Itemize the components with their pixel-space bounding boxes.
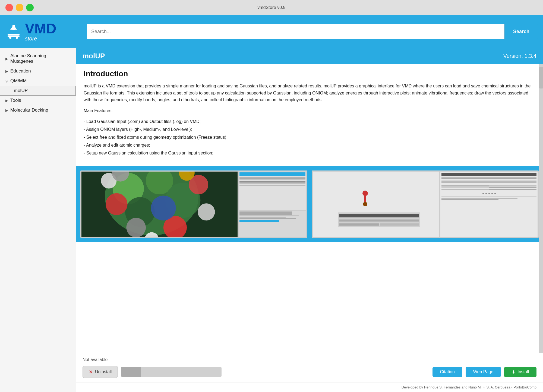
screenshot-1 bbox=[80, 170, 307, 238]
svg-rect-0 bbox=[8, 34, 20, 36]
logo-vmd: VMD bbox=[25, 21, 56, 36]
svg-point-23 bbox=[363, 202, 367, 206]
scrollbar-thumb[interactable] bbox=[539, 67, 543, 88]
feature-5: - Setup new Gaussian calculation using t… bbox=[84, 149, 535, 157]
features-heading: Main Features: bbox=[84, 107, 535, 114]
svg-point-18 bbox=[126, 218, 146, 237]
footer: Developed by Henrique S. Fernandes and N… bbox=[76, 382, 543, 392]
search-button[interactable]: Search bbox=[504, 24, 538, 39]
uninstall-label: Uninstall bbox=[95, 369, 112, 374]
webpage-button[interactable]: Web Page bbox=[466, 367, 501, 377]
screenshot-2 bbox=[312, 170, 539, 238]
plugin-version: Version: 1.3.4 bbox=[503, 53, 536, 59]
svg-rect-22 bbox=[364, 196, 366, 203]
feature-1: - Load Gaussian Input (.com) and Output … bbox=[84, 118, 535, 126]
bottom-bar: Not available ✕ Uninstall Citation Web P… bbox=[76, 353, 543, 382]
download-icon: ⬇ bbox=[512, 369, 515, 375]
sidebar-item-molup[interactable]: molUP bbox=[0, 86, 76, 96]
intro-title: Introduction bbox=[84, 69, 535, 78]
svg-point-15 bbox=[198, 203, 215, 220]
status-badge: Not available bbox=[83, 357, 536, 362]
svg-point-5 bbox=[16, 37, 18, 39]
sidebar-label-molup: molUP bbox=[14, 88, 28, 93]
sidebar: ▶ Alanine Scanning Mutagenes ▶ Education… bbox=[0, 48, 76, 392]
sidebar-item-education[interactable]: ▶ Education bbox=[0, 66, 76, 76]
close-button[interactable] bbox=[5, 4, 13, 11]
sidebar-item-molecular-docking[interactable]: ▶ Molecular Docking bbox=[0, 105, 76, 115]
sidebar-label-alanine: Alanine Scanning Mutagenes bbox=[10, 53, 70, 64]
feature-3: - Select free and fixed atoms during geo… bbox=[84, 134, 535, 141]
logo-store: store bbox=[25, 36, 56, 42]
progress-bar bbox=[121, 367, 222, 377]
search-input[interactable] bbox=[87, 24, 504, 39]
feature-2: - Assign ONIOM layers (High-, Medium-, a… bbox=[84, 126, 535, 134]
sidebar-label-tools: Tools bbox=[10, 98, 21, 103]
uninstall-button[interactable]: ✕ Uninstall bbox=[83, 366, 118, 378]
logo-icon bbox=[5, 23, 22, 40]
minimize-button[interactable] bbox=[16, 4, 23, 11]
header: VMD store Search bbox=[0, 15, 543, 48]
svg-rect-3 bbox=[12, 25, 15, 30]
intro-section: Introduction molUP is a VMD extension th… bbox=[76, 64, 543, 166]
window-title: vmdStore v0.9 bbox=[257, 5, 285, 10]
body-area: ▶ Alanine Scanning Mutagenes ▶ Education… bbox=[0, 48, 543, 392]
screenshots-area bbox=[76, 166, 543, 242]
app-container: VMD store Search ▶ Alanine Scanning Muta… bbox=[0, 15, 543, 392]
arrow-icon-alanine: ▶ bbox=[5, 57, 8, 61]
feature-4: - Analyze and edit atomic charges; bbox=[84, 141, 535, 149]
window-controls bbox=[5, 4, 34, 11]
arrow-icon-education: ▶ bbox=[5, 69, 8, 73]
plugin-name: molUP bbox=[83, 52, 105, 60]
titlebar: vmdStore v0.9 bbox=[0, 0, 543, 15]
intro-text: molUP is a VMD extension that provides a… bbox=[84, 83, 535, 157]
maximize-button[interactable] bbox=[26, 4, 34, 11]
arrow-icon-tools: ▶ bbox=[5, 99, 8, 103]
sidebar-label-education: Education bbox=[10, 68, 31, 74]
sidebar-item-qmmm[interactable]: ▽ QM/MM bbox=[0, 76, 76, 86]
action-bar: ✕ Uninstall Citation Web Page ⬇ Install bbox=[83, 366, 536, 378]
search-area: Search bbox=[87, 24, 538, 39]
arrow-icon-qmmm: ▽ bbox=[5, 79, 8, 83]
content-area[interactable]: Introduction molUP is a VMD extension th… bbox=[76, 64, 543, 353]
logo-text: VMD store bbox=[25, 21, 56, 42]
intro-paragraph: molUP is a VMD extension that provides a… bbox=[84, 83, 535, 103]
plugin-header: molUP Version: 1.3.4 bbox=[76, 48, 543, 64]
svg-point-21 bbox=[362, 191, 368, 196]
x-icon: ✕ bbox=[89, 369, 93, 375]
sidebar-item-alanine[interactable]: ▶ Alanine Scanning Mutagenes bbox=[0, 51, 76, 66]
citation-button[interactable]: Citation bbox=[432, 367, 462, 377]
main-content: molUP Version: 1.3.4 Introduction molUP … bbox=[76, 48, 543, 392]
arrow-icon-molecular-docking: ▶ bbox=[5, 108, 8, 112]
footer-text: Developed by Henrique S. Fernandes and N… bbox=[402, 385, 536, 389]
progress-bar-fill bbox=[121, 367, 141, 377]
sidebar-item-tools[interactable]: ▶ Tools bbox=[0, 96, 76, 105]
features-list: - Load Gaussian Input (.com) and Output … bbox=[84, 118, 535, 157]
svg-rect-1 bbox=[8, 36, 20, 37]
sidebar-label-molecular-docking: Molecular Docking bbox=[10, 108, 48, 113]
logo-area: VMD store bbox=[5, 21, 81, 42]
sidebar-label-qmmm: QM/MM bbox=[10, 78, 27, 84]
scrollbar-track[interactable] bbox=[539, 64, 543, 353]
install-label: Install bbox=[517, 369, 529, 374]
svg-point-4 bbox=[9, 37, 11, 39]
svg-point-11 bbox=[106, 193, 127, 215]
install-button[interactable]: ⬇ Install bbox=[504, 367, 536, 377]
svg-point-17 bbox=[151, 196, 176, 221]
